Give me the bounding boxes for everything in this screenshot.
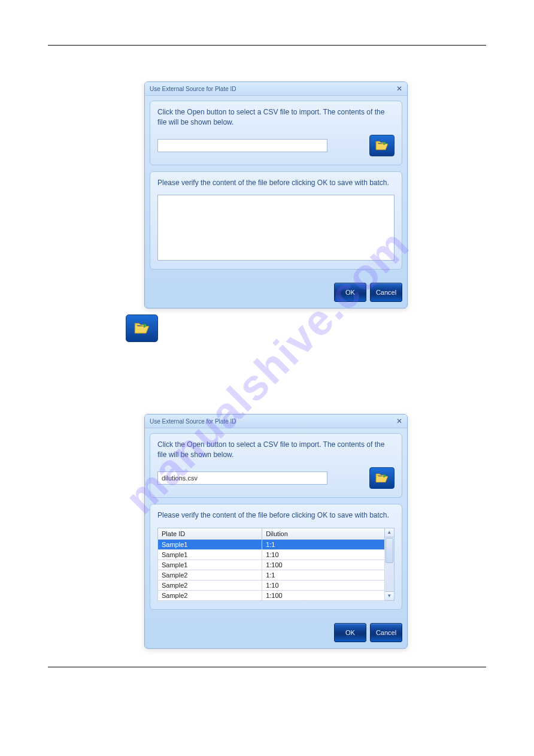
verify-instruction: Please verify the content of the file be… [157,510,395,521]
cell-dilution: 1:100 [262,560,384,570]
cancel-button[interactable]: Cancel [370,283,402,302]
cell-plate-id: Sample1 [158,560,262,570]
verify-instruction: Please verify the content of the file be… [157,178,395,188]
open-file-button[interactable] [369,135,395,156]
col-plate-id[interactable]: Plate ID [158,528,262,539]
verify-panel: Please verify the content of the file be… [150,171,402,270]
scroll-up-arrow-icon[interactable]: ▲ [385,528,394,537]
preview-empty-box [157,195,395,261]
folder-open-icon [375,473,389,483]
open-file-button[interactable] [369,467,395,489]
cell-plate-id: Sample1 [158,539,262,549]
col-dilution[interactable]: Dilution [262,528,384,539]
footer-divider [48,667,486,667]
dialog-titlebar: Use External Source for Plate ID ✕ [145,82,407,96]
dialog-external-source-filled: Use External Source for Plate ID ✕ Click… [144,414,408,648]
table-row[interactable]: Sample21:100 [158,590,385,600]
table-scrollbar[interactable]: ▲ ▼ [385,528,395,601]
import-instruction: Click the Open button to select a CSV fi… [157,440,395,460]
import-panel: Click the Open button to select a CSV fi… [150,433,402,498]
preview-table: Plate ID Dilution Sample11:1Sample11:10S… [157,528,385,601]
dialog-title: Use External Source for Plate ID [150,86,236,92]
scroll-thumb[interactable] [386,538,393,563]
cell-dilution: 1:1 [262,539,384,549]
dialog-title: Use External Source for Plate ID [150,418,236,425]
close-icon[interactable]: ✕ [396,84,402,93]
cell-dilution: 1:10 [262,549,384,560]
folder-open-icon [375,140,389,151]
ok-button[interactable]: OK [334,283,366,302]
close-icon[interactable]: ✕ [396,417,402,425]
table-row[interactable]: Sample11:100 [158,560,385,570]
verify-panel: Please verify the content of the file be… [150,504,402,610]
file-path-input[interactable] [157,471,327,485]
cancel-button[interactable]: Cancel [370,623,402,642]
table-row[interactable]: Sample21:10 [158,580,385,590]
table-row[interactable]: Sample11:10 [158,549,385,560]
folder-open-icon [134,322,150,335]
cell-plate-id: Sample1 [158,549,262,560]
cell-plate-id: Sample2 [158,590,262,600]
import-instruction: Click the Open button to select a CSV fi… [157,107,395,128]
ok-button[interactable]: OK [334,623,366,642]
file-path-input[interactable] [157,139,327,152]
header-divider [48,45,486,63]
table-row[interactable]: Sample21:1 [158,570,385,580]
cell-plate-id: Sample2 [158,570,262,580]
scroll-down-arrow-icon[interactable]: ▼ [385,591,394,600]
open-file-button-large[interactable] [126,315,158,342]
import-panel: Click the Open button to select a CSV fi… [150,101,402,165]
dialog-titlebar: Use External Source for Plate ID ✕ [145,415,407,428]
cell-plate-id: Sample2 [158,580,262,590]
cell-dilution: 1:10 [262,580,384,590]
cell-dilution: 1:100 [262,590,384,600]
table-row[interactable]: Sample11:1 [158,539,385,549]
dialog-external-source-empty: Use External Source for Plate ID ✕ Click… [144,81,408,309]
cell-dilution: 1:1 [262,570,384,580]
